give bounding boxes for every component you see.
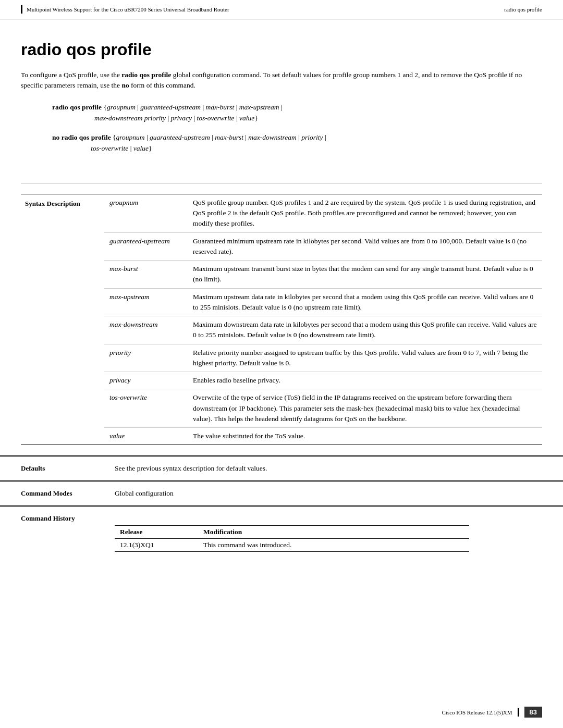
command-modes-section: Command Modes Global configuration [0,480,563,505]
cmd1-maxupstream: max-upstream [239,103,279,111]
history-table: ReleaseModification 12.1(3)XQ1This comma… [115,525,469,552]
command-modes-label: Command Modes [21,489,104,498]
page-title: radio qos profile [0,19,563,70]
cmd1-tosoverwrite: tos-overwrite [197,114,235,122]
history-table-wrapper: ReleaseModification 12.1(3)XQ1This comma… [115,525,542,552]
header-right: radio qos profile [504,6,542,13]
syntax-desc: Overwrite of the type of service (ToS) f… [188,389,542,428]
history-col-header: Modification [198,526,469,539]
bold-command-1: radio qos profile [121,71,171,79]
syntax-term: tos-overwrite [104,389,188,428]
cmd1-maxburst: max-burst [206,103,235,111]
header-line-icon [21,5,22,14]
intro-paragraph: To configure a QoS profile, use the radi… [21,70,542,91]
table-row: 12.1(3)XQ1This command was introduced. [115,539,469,552]
page-header: Multipoint Wireless Support for the Cisc… [0,0,563,19]
history-modification: This command was introduced. [198,539,469,552]
defaults-label: Defaults [21,464,104,473]
page-number: 83 [524,707,542,718]
cmd2-value: value [133,144,149,152]
history-col-header: Release [115,526,198,539]
syntax-description-section: Syntax DescriptiongroupnumQoS profile gr… [0,194,563,446]
command-modes-text: Global configuration [115,489,174,498]
syntax-term: priority [104,344,188,372]
syntax-desc: Relative priority number assigned to ups… [188,344,542,372]
cmd1-privacy: privacy [171,114,192,122]
history-header-row: Command History [21,514,542,523]
cmd2-groupnum: groupnum [116,133,145,141]
cmd2-maxdownstream: max-downstream [248,133,297,141]
footer-line-icon [518,708,519,717]
cmd1-italic: groupnum [107,103,136,111]
header-title: Multipoint Wireless Support for the Cisc… [27,6,229,13]
syntax-table: Syntax DescriptiongroupnumQoS profile gr… [21,194,542,446]
bold-no: no [121,81,129,89]
footer-right: Cisco IOS Release 12.1(5)XM 83 [442,707,542,718]
syntax-desc: Maximum upstream data rate in kilobytes … [188,288,542,316]
syntax-desc: Maximum upstream transmit burst size in … [188,261,542,289]
footer-release-text: Cisco IOS Release 12.1(5)XM [442,709,512,715]
defaults-text: See the previous syntax description for … [115,464,267,473]
cmd2-maxburst: max-burst [215,133,243,141]
cmd1-guaranteed: guaranteed-upstream [140,103,201,111]
command-history-section: Command History ReleaseModification 12.1… [0,505,563,560]
defaults-section: Defaults See the previous syntax descrip… [0,455,563,480]
cmd2-tosoverwrite: tos-overwrite [91,144,128,152]
syntax-desc: Guaranteed minimum upstream rate in kilo… [188,232,542,261]
section-divider-1 [21,183,542,183]
history-release: 12.1(3)XQ1 [115,539,198,552]
command-syntax-1: radio qos profile {groupnum | guaranteed… [52,102,511,124]
table-row: Syntax DescriptiongroupnumQoS profile gr… [21,194,542,232]
cmd1-value: value [239,114,254,122]
syntax-desc: Maximum downstream data rate in kilobyte… [188,316,542,344]
syntax-term: max-downstream [104,316,188,344]
command-syntax-2: no radio qos profile {groupnum | guarant… [52,132,511,154]
cmd2-no-bold: no radio qos profile [52,133,111,141]
cmd1-maxdownstream: max-downstream priority [94,114,166,122]
syntax-term: value [104,428,188,445]
intro-section: To configure a QoS profile, use the radi… [0,70,563,172]
page-footer: Cisco IOS Release 12.1(5)XM 83 [0,707,563,718]
syntax-term: guaranteed-upstream [104,232,188,261]
syntax-term: max-upstream [104,288,188,316]
header-left: Multipoint Wireless Support for the Cisc… [21,5,229,14]
syntax-term: groupnum [104,194,188,232]
syntax-term: max-burst [104,261,188,289]
syntax-desc: Enables radio baseline privacy. [188,372,542,389]
header-chapter-title: radio qos profile [504,6,542,13]
cmd2-priority: priority [301,133,323,141]
syntax-term: privacy [104,372,188,389]
history-header-columns: ReleaseModification [115,526,469,539]
command-history-label: Command History [21,514,104,523]
cmd1-bold: radio qos profile [52,103,102,111]
syntax-description-label: Syntax Description [21,194,104,445]
syntax-desc: QoS profile group number. QoS profiles 1… [188,194,542,232]
syntax-desc: The value substituted for the ToS value. [188,428,542,445]
cmd2-guaranteed: guaranteed-upstream [150,133,210,141]
